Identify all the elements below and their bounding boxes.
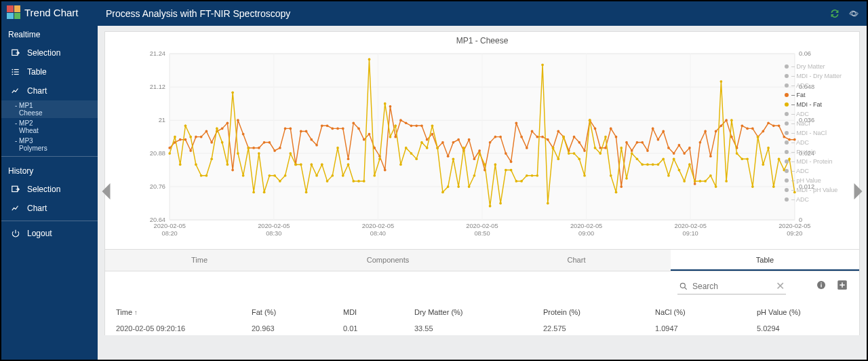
column-header[interactable]: Dry Matter (%) [414,308,543,316]
legend-item[interactable]: – pH Value [785,176,859,185]
svg-rect-4 [14,69,19,70]
svg-point-208 [363,180,366,183]
svg-point-1 [12,69,13,71]
svg-text:2020-02-05: 2020-02-05 [675,223,707,229]
svg-point-278 [730,119,733,121]
svg-point-284 [762,164,764,166]
legend-item[interactable]: – ADC [785,81,859,90]
svg-point-271 [694,180,696,183]
svg-text:08:50: 08:50 [474,230,490,237]
sidebar-history-selection[interactable]: Selection [1,180,98,199]
sidebar-subitem-mp3[interactable]: - MP3 Polymers [1,136,98,153]
subtab-chart[interactable]: Chart [482,250,671,271]
svg-point-114 [499,136,502,138]
filter-icon[interactable] [795,280,806,293]
svg-point-235 [505,169,507,172]
refresh-icon[interactable] [830,9,840,18]
svg-point-224 [447,185,450,188]
svg-point-164 [762,130,764,133]
svg-text:09:00: 09:00 [578,230,594,237]
column-header[interactable]: MDI [343,308,414,316]
svg-point-280 [741,157,744,160]
column-header[interactable]: Fat (%) [252,308,343,316]
svg-point-140 [636,141,639,144]
column-header[interactable]: pH Value (%) [757,308,848,316]
sidebar-subitem-mp2[interactable]: - MP2 Wheat [1,118,98,136]
svg-point-223 [441,191,444,193]
legend-item[interactable]: – MDI - Fat [785,100,859,109]
svg-point-181 [221,141,224,144]
legend-item[interactable]: – MDI - Protein [785,157,859,166]
svg-point-156 [720,124,723,127]
sidebar-history-chart[interactable]: Chart [1,199,98,218]
svg-text:2020-02-05: 2020-02-05 [466,223,498,229]
svg-point-268 [678,169,681,172]
svg-point-167 [778,124,781,127]
svg-point-105 [452,141,455,144]
svg-point-112 [489,141,492,144]
svg-point-106 [457,138,460,141]
svg-point-273 [704,180,707,183]
svg-point-87 [357,128,360,130]
clear-search-icon[interactable]: ✕ [776,280,785,292]
svg-point-162 [751,128,754,130]
legend-item[interactable]: – ADC [785,166,859,176]
svg-point-257 [620,147,623,149]
column-header[interactable]: Protein (%) [543,308,655,316]
svg-point-218 [415,157,418,160]
svg-point-206 [352,180,355,183]
sidebar: Trend Chart Realtime Selection Table Cha… [1,1,98,360]
svg-point-199 [315,174,318,177]
legend-item[interactable]: – Protein [785,147,859,157]
svg-point-242 [541,64,544,66]
svg-point-147 [673,152,675,155]
legend-item[interactable]: – NaCl [785,119,859,128]
svg-point-267 [673,157,675,160]
svg-point-154 [709,155,712,157]
sidebar-logout[interactable]: Logout [1,224,98,243]
column-header[interactable]: NaCl (%) [655,308,757,316]
svg-point-94 [394,136,397,138]
sidebar-item-chart[interactable]: Chart [1,81,98,100]
add-icon[interactable] [836,279,848,294]
info-icon[interactable] [816,280,827,293]
svg-point-179 [210,157,213,160]
subtab-components[interactable]: Components [294,250,482,271]
legend-item[interactable]: – ADC [785,195,859,204]
svg-point-176 [195,164,197,166]
legend-item[interactable]: – Fat [785,90,859,100]
svg-text:2020-02-05: 2020-02-05 [570,223,602,229]
legend-item[interactable]: – ADC [785,109,859,119]
search-input[interactable] [692,282,772,291]
subtab-time[interactable]: Time [105,250,294,271]
svg-point-123 [547,138,549,141]
svg-point-129 [578,141,580,144]
svg-point-261 [641,164,644,166]
svg-point-132 [594,128,597,130]
column-header[interactable]: Time ↑ [116,308,252,316]
sidebar-item-table[interactable]: Table [1,62,98,81]
svg-point-173 [179,164,182,166]
svg-point-175 [189,136,192,138]
svg-point-55 [189,149,192,152]
svg-point-241 [536,174,538,177]
sidebar-item-selection[interactable]: Selection [1,43,98,62]
svg-point-101 [431,133,434,136]
sidebar-subitem-mp1[interactable]: - MP1 Cheese [1,100,98,118]
legend-item[interactable]: – Dry Matter [785,62,859,71]
legend-item[interactable]: – MDI - Dry Matter [785,71,859,81]
subtab-table[interactable]: Table [671,250,859,271]
svg-point-138 [625,141,628,144]
svg-point-149 [683,152,686,155]
svg-point-231 [484,164,486,166]
legend-item[interactable]: – ADC [785,138,859,147]
trend-chart[interactable]: 20.6420.7620.882121.1221.2400.0120.0240.… [111,48,854,244]
svg-point-153 [704,130,707,133]
legend-item[interactable]: – MDI - NaCl [785,128,859,138]
legend-item[interactable]: – MDI - pH Value [785,185,859,195]
table-row[interactable]: 2020-02-05 09:20:1620.9630.0133.5522.575… [116,322,848,335]
svg-point-264 [657,164,660,166]
svg-point-150 [688,147,691,149]
svg-point-195 [294,164,297,166]
search-box[interactable]: ✕ [677,278,786,294]
